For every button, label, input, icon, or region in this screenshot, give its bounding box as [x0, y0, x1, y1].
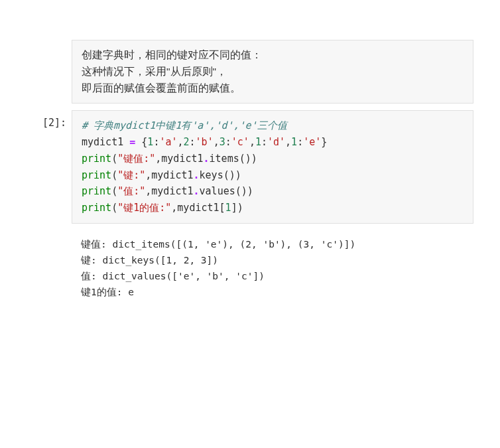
code-punct: , — [214, 136, 219, 148]
code-dot: . — [194, 185, 200, 197]
code-print: print — [82, 169, 111, 181]
code-num: 2 — [184, 136, 190, 148]
output-prompt — [27, 230, 72, 301]
code-punct: : — [297, 136, 303, 148]
code-punct: , — [285, 136, 291, 148]
code-dot: . — [194, 169, 200, 181]
markdown-line: 这种情况下，采用"从后原则"， — [82, 64, 464, 80]
code-str: 'b' — [196, 136, 214, 148]
code-punct: ( — [111, 185, 117, 197]
code-punct: : — [261, 136, 267, 148]
code-punct: : — [190, 136, 196, 148]
code-print: print — [82, 153, 111, 165]
code-punct: { — [135, 136, 147, 148]
code-punct: , — [249, 136, 255, 148]
code-dot: . — [204, 153, 210, 165]
code-punct: : — [225, 136, 231, 148]
code-text: ,mydict1 — [155, 153, 203, 165]
markdown-prompt — [27, 40, 72, 104]
code-str: "值:" — [117, 185, 145, 197]
code-punct: } — [321, 136, 327, 148]
code-method: values — [200, 185, 235, 197]
code-text: ,mydict1 — [145, 185, 193, 197]
code-str: "键值:" — [117, 153, 155, 165]
markdown-cell[interactable]: 创建字典时，相同的键对应不同的值： 这种情况下，采用"从后原则"， 即后面的赋值… — [72, 40, 473, 104]
output-line: 键值: dict_items([(1, 'e'), (2, 'b'), (3, … — [81, 239, 355, 250]
code-num: 1 — [225, 202, 231, 214]
code-str: 'e' — [303, 136, 321, 148]
code-num: 3 — [219, 136, 225, 148]
code-str: 'd' — [267, 136, 285, 148]
code-punct: ()) — [235, 185, 253, 197]
markdown-line: 创建字典时，相同的键对应不同的值： — [82, 47, 464, 64]
markdown-cell-row: 创建字典时，相同的键对应不同的值： 这种情况下，采用"从后原则"， 即后面的赋值… — [27, 40, 473, 104]
code-print: print — [82, 202, 111, 214]
code-print: print — [82, 185, 111, 197]
code-str: "键1的值:" — [117, 202, 171, 214]
output-line: 值: dict_values(['e', 'b', 'c']) — [81, 271, 265, 281]
code-punct: ( — [111, 169, 117, 181]
markdown-line: 即后面的赋值会覆盖前面的赋值。 — [82, 80, 464, 97]
code-var: mydict1 — [82, 136, 129, 148]
code-punct: ()) — [223, 169, 241, 181]
code-num: 1 — [291, 136, 297, 148]
code-str: "键:" — [117, 169, 145, 181]
code-prompt: [2]: — [27, 110, 72, 224]
code-punct: , — [178, 136, 184, 148]
output-cell-row: 键值: dict_items([(1, 'e'), (2, 'b'), (3, … — [27, 230, 473, 301]
code-text: ,mydict1[ — [171, 202, 225, 214]
code-punct: ( — [111, 153, 117, 165]
output-line: 键: dict_keys([1, 2, 3]) — [81, 255, 218, 265]
code-text: ,mydict1 — [145, 169, 193, 181]
code-num: 1 — [255, 136, 261, 148]
output-line: 键1的值: e — [81, 287, 134, 297]
code-punct: ]) — [231, 202, 243, 214]
code-op: = — [129, 136, 135, 148]
code-cell-row: [2]: # 字典mydict1中键1有'a','d','e'三个值 mydic… — [27, 110, 473, 224]
code-cell[interactable]: # 字典mydict1中键1有'a','d','e'三个值 mydict1 = … — [72, 110, 473, 224]
code-str: 'c' — [231, 136, 249, 148]
code-comment: # 字典mydict1中键1有'a','d','e'三个值 — [82, 119, 287, 131]
code-punct: ()) — [239, 153, 257, 165]
code-method: keys — [200, 169, 223, 181]
code-str: 'a' — [159, 136, 177, 148]
output-cell: 键值: dict_items([(1, 'e'), (2, 'b'), (3, … — [72, 230, 473, 301]
code-method: items — [210, 153, 239, 165]
code-punct: ( — [111, 202, 117, 214]
